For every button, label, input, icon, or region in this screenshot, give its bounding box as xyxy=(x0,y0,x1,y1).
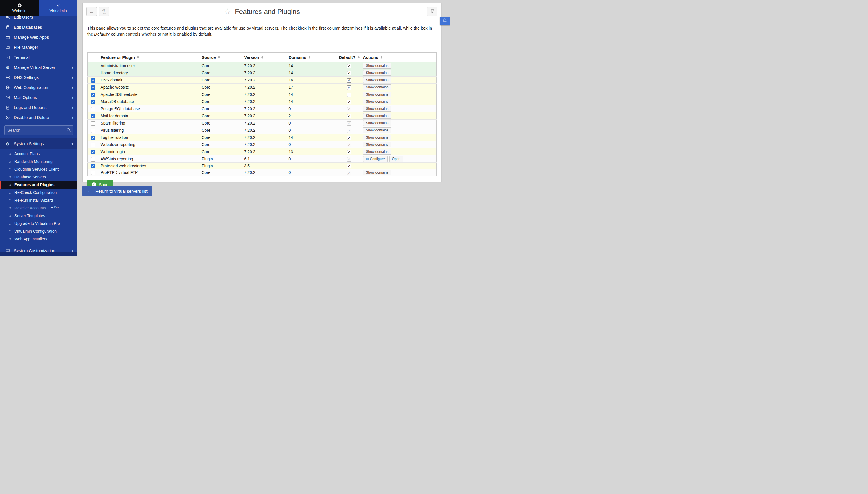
default-checkbox[interactable] xyxy=(347,143,351,147)
version-cell: 7.20.2 xyxy=(243,62,287,70)
sidebar-subitem-server-templates[interactable]: Server Templates xyxy=(0,212,77,220)
default-checkbox[interactable] xyxy=(347,164,351,168)
sidebar-group-system-settings[interactable]: ⚙ System Settings ▾ xyxy=(0,138,77,149)
show-domains-button[interactable]: Show domains xyxy=(363,170,391,175)
show-domains-button[interactable]: Show domains xyxy=(363,92,391,97)
header-feature-or-plugin[interactable]: Feature or Plugin xyxy=(99,53,200,62)
available-checkbox[interactable] xyxy=(91,78,95,83)
header-actions[interactable]: Actions xyxy=(362,53,437,62)
sidebar-item-logs-and-reports[interactable]: Logs and Reports ‹ xyxy=(0,102,77,112)
search-input[interactable] xyxy=(4,125,73,135)
actions-cell: Show domains xyxy=(362,169,437,176)
show-domains-button[interactable]: Show domains xyxy=(363,63,391,69)
sidebar-subitem-virtualmin-configuration[interactable]: Virtualmin Configuration xyxy=(0,228,77,235)
tab-virtualmin[interactable]: Virtualmin xyxy=(39,0,77,16)
default-cell xyxy=(337,163,362,169)
default-checkbox[interactable] xyxy=(347,71,351,75)
users-icon xyxy=(5,15,10,19)
available-checkbox[interactable] xyxy=(91,136,95,140)
default-checkbox[interactable] xyxy=(347,157,351,162)
show-domains-button[interactable]: Show domains xyxy=(363,120,391,126)
header-source[interactable]: Source xyxy=(200,53,243,62)
available-checkbox[interactable] xyxy=(91,157,95,162)
default-checkbox[interactable] xyxy=(347,64,351,68)
feature-name: ProFTPD virtual FTP xyxy=(99,169,200,176)
sidebar-item-manage-web-apps[interactable]: Manage Web Apps xyxy=(0,32,77,42)
available-checkbox[interactable] xyxy=(91,129,95,133)
default-checkbox[interactable] xyxy=(347,93,351,97)
version-cell: 7.20.2 xyxy=(243,70,287,77)
tab-webmin[interactable]: Webmin xyxy=(0,0,39,16)
show-domains-button[interactable]: Show domains xyxy=(363,84,391,90)
sidebar-item-mail-options[interactable]: Mail Options ‹ xyxy=(0,92,77,102)
default-checkbox[interactable] xyxy=(347,86,351,90)
available-checkbox[interactable] xyxy=(91,121,95,126)
feature-name: Mail for domain xyxy=(99,112,200,120)
header-domains[interactable]: Domains xyxy=(287,53,337,62)
show-domains-button[interactable]: Show domains xyxy=(363,135,391,140)
default-checkbox[interactable] xyxy=(347,171,351,175)
available-checkbox[interactable] xyxy=(91,143,95,147)
sidebar-subitem-web-app-installers[interactable]: Web App Installers xyxy=(0,235,77,243)
sidebar-subitem-account-plans[interactable]: Account Plans xyxy=(0,150,77,158)
back-button[interactable]: ← xyxy=(87,7,97,16)
actions-cell: Show domains xyxy=(362,148,437,155)
return-to-virtual-servers-button[interactable]: ← Return to virtual servers list xyxy=(82,186,152,196)
available-checkbox[interactable] xyxy=(91,107,95,111)
header-version[interactable]: Version xyxy=(243,53,287,62)
header-default[interactable]: Default? xyxy=(337,53,362,62)
source-cell: Plugin xyxy=(200,155,243,163)
default-checkbox[interactable] xyxy=(347,150,351,154)
filter-button[interactable] xyxy=(427,7,438,16)
show-domains-button[interactable]: Show domains xyxy=(363,127,391,133)
sidebar-item-web-configuration[interactable]: Web Configuration ‹ xyxy=(0,82,77,92)
default-checkbox[interactable] xyxy=(347,100,351,104)
available-checkbox[interactable] xyxy=(91,100,95,104)
show-domains-button[interactable]: Show domains xyxy=(363,77,391,83)
help-button[interactable]: ? xyxy=(99,7,109,16)
sort-down-arrow xyxy=(358,57,359,58)
notifications-tab[interactable] xyxy=(440,17,450,25)
default-checkbox[interactable] xyxy=(347,78,351,83)
sidebar: Webmin Virtualmin Edit Users Edit Databa… xyxy=(0,0,77,256)
sidebar-subitem-reseller-accounts[interactable]: Reseller Accounts Pro xyxy=(0,204,77,212)
default-checkbox[interactable] xyxy=(347,129,351,133)
available-checkbox[interactable] xyxy=(91,150,95,154)
sidebar-item-disable-and-delete[interactable]: Disable and Delete ‹ xyxy=(0,112,77,122)
sidebar-subitem-database-servers[interactable]: Database Servers xyxy=(0,173,77,181)
available-checkbox[interactable] xyxy=(91,93,95,97)
show-domains-button[interactable]: Show domains xyxy=(363,142,391,148)
sidebar-item-label: Logs and Reports xyxy=(14,105,47,110)
open-button[interactable]: Open xyxy=(389,156,403,162)
chevron-left-icon: ‹ xyxy=(72,105,73,110)
sidebar-subitem-re-check-configuration[interactable]: Re-Check Configuration xyxy=(0,189,77,196)
show-domains-button[interactable]: Show domains xyxy=(363,149,391,155)
show-domains-button[interactable]: Show domains xyxy=(363,99,391,104)
show-domains-button[interactable]: Show domains xyxy=(363,106,391,112)
sidebar-item-dns-settings[interactable]: DNS Settings ‹ xyxy=(0,72,77,82)
sidebar-subitem-bandwidth-monitoring[interactable]: Bandwidth Monitoring xyxy=(0,158,77,166)
sort-up-arrow xyxy=(381,56,382,57)
available-checkbox[interactable] xyxy=(91,114,95,118)
domains-cell: - xyxy=(287,163,337,169)
sort-down-arrow xyxy=(309,57,310,58)
show-domains-button[interactable]: Show domains xyxy=(363,113,391,119)
domains-cell: 0 xyxy=(287,127,337,134)
sidebar-item-terminal[interactable]: Terminal xyxy=(0,52,77,62)
sidebar-subitem-features-and-plugins[interactable]: Features and Plugins xyxy=(0,181,77,189)
default-checkbox[interactable] xyxy=(347,107,351,111)
sidebar-subitem-cloudmin-services-client[interactable]: Cloudmin Services Client xyxy=(0,166,77,173)
default-checkbox[interactable] xyxy=(347,121,351,126)
available-checkbox[interactable] xyxy=(91,164,95,168)
default-checkbox[interactable] xyxy=(347,114,351,118)
sidebar-item-manage-virtual-server[interactable]: ⚙ Manage Virtual Server ‹ xyxy=(0,62,77,72)
configure-button[interactable]: ⊞Configure xyxy=(363,156,388,162)
available-checkbox[interactable] xyxy=(91,86,95,90)
sidebar-subitem-upgrade-to-virtualmin-pro[interactable]: Upgrade to Virtualmin Pro xyxy=(0,220,77,228)
show-domains-button[interactable]: Show domains xyxy=(363,70,391,76)
sidebar-subitem-re-run-install-wizard[interactable]: Re-Run Install Wizard xyxy=(0,196,77,204)
available-checkbox[interactable] xyxy=(91,171,95,175)
sidebar-item-file-manager[interactable]: File Manager xyxy=(0,42,77,52)
sidebar-item-edit-databases[interactable]: Edit Databases xyxy=(0,22,77,32)
default-checkbox[interactable] xyxy=(347,136,351,140)
